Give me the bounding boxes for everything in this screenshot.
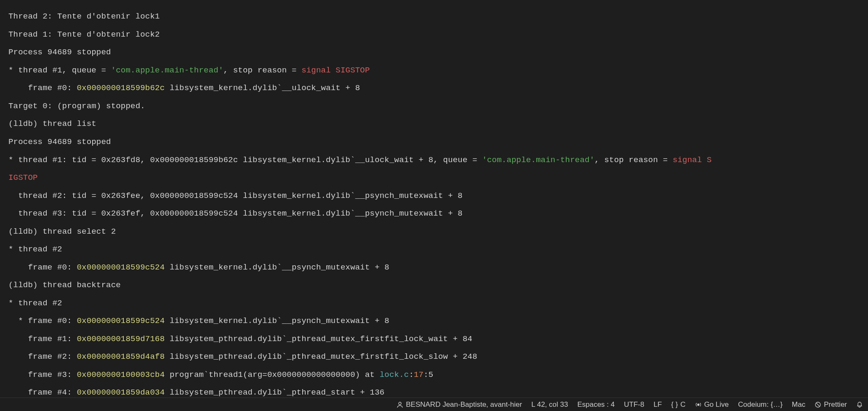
output-text: libsystem_pthread.dylib`_pthread_start +… — [165, 388, 384, 397]
output-line: Process 94689 stopped — [8, 48, 111, 57]
output-text: frame #2: — [8, 352, 77, 361]
svg-line-3 — [816, 403, 820, 406]
output-text: frame #3: — [8, 370, 77, 379]
eol-status[interactable]: LF — [653, 400, 662, 408]
braces-icon: { } — [671, 400, 678, 408]
command-input: thread select 2 — [43, 227, 116, 236]
address: 0x0000000100003cb4 — [77, 370, 165, 379]
output-text: program`thread1(arg=0x0000000000000000) … — [165, 370, 379, 379]
source-line: 17 — [414, 370, 423, 379]
indent-status[interactable]: Espaces : 4 — [577, 400, 615, 408]
lldb-prompt: (lldb) — [8, 119, 43, 128]
output-line: thread #3: tid = 0x263fef, 0x00000001859… — [8, 209, 463, 218]
bell-icon — [856, 401, 863, 408]
output-line: Thread 2: Tente d'obtenir lock1 — [8, 12, 160, 21]
output-text: * frame #0: — [8, 316, 77, 326]
source-file: lock.c — [380, 370, 409, 379]
output-line: thread #2: tid = 0x263fee, 0x00000001859… — [8, 191, 463, 200]
queue-name: 'com.apple.main-thread' — [482, 155, 594, 165]
broadcast-icon — [695, 401, 702, 408]
output-text: frame #0: — [8, 83, 77, 93]
notifications-button[interactable] — [856, 401, 863, 408]
address: 0x000000018599c524 — [77, 263, 165, 272]
block-icon — [815, 401, 821, 408]
queue-name: 'com.apple.main-thread' — [111, 66, 224, 75]
address: 0x000000018599c524 — [77, 316, 165, 326]
lldb-prompt: (lldb) — [8, 227, 43, 236]
lldb-prompt: (lldb) — [8, 280, 43, 290]
git-blame-text: BESNARD Jean-Baptiste, avant-hier — [406, 400, 522, 408]
address: 0x000000018599b62c — [77, 83, 165, 93]
output-line: * thread #2 — [8, 245, 62, 254]
output-text: * thread #1: tid = 0x263fd8, 0x000000018… — [8, 155, 482, 165]
command-input: thread list — [43, 119, 96, 128]
output-line: Thread 1: Tente d'obtenir lock2 — [8, 30, 160, 39]
output-text: libsystem_pthread.dylib`_pthread_mutex_f… — [165, 334, 472, 344]
stop-reason: signal SIGSTOP — [301, 66, 370, 75]
git-blame-status[interactable]: BESNARD Jean-Baptiste, avant-hier — [397, 400, 522, 408]
output-text: libsystem_pthread.dylib`_pthread_mutex_f… — [165, 352, 477, 361]
prettier-status[interactable]: Prettier — [815, 400, 847, 408]
output-text: :5 — [423, 370, 433, 379]
output-text: frame #4: — [8, 388, 77, 397]
svg-point-0 — [399, 402, 401, 405]
cursor-position-status[interactable]: L 42, col 33 — [531, 400, 568, 408]
output-text: libsystem_kernel.dylib`__ulock_wait + 8 — [165, 83, 360, 93]
output-text: frame #1: — [8, 334, 77, 344]
svg-point-1 — [698, 404, 699, 406]
output-text: , stop reason = — [223, 66, 301, 75]
output-text: libsystem_kernel.dylib`__psynch_mutexwai… — [165, 263, 389, 272]
person-icon — [397, 401, 403, 408]
output-text: libsystem_kernel.dylib`__psynch_mutexwai… — [165, 316, 389, 326]
output-text: : — [409, 370, 414, 379]
output-line: Process 94689 stopped — [8, 137, 111, 147]
language-status[interactable]: { } C — [671, 400, 685, 408]
stop-reason: IGSTOP — [8, 173, 38, 182]
stop-reason: signal S — [673, 155, 712, 165]
output-line: * thread #1, queue = — [8, 66, 111, 75]
address: 0x00000001859d4af8 — [77, 352, 165, 361]
output-line: * thread #2 — [8, 299, 62, 308]
address: 0x00000001859d7168 — [77, 334, 165, 344]
platform-status[interactable]: Mac — [792, 400, 805, 408]
status-bar: BESNARD Jean-Baptiste, avant-hier L 42, … — [0, 398, 868, 411]
terminal-output[interactable]: Thread 2: Tente d'obtenir lock1 Thread 1… — [0, 0, 868, 411]
command-input: thread backtrace — [43, 280, 121, 290]
output-text: frame #0: — [8, 263, 77, 272]
encoding-status[interactable]: UTF-8 — [624, 400, 644, 408]
address: 0x00000001859da034 — [77, 388, 165, 397]
codeium-status[interactable]: Codeium: {…} — [738, 400, 783, 408]
output-text: , stop reason = — [594, 155, 673, 165]
go-live-button[interactable]: Go Live — [695, 400, 729, 408]
output-line: Target 0: (program) stopped. — [8, 101, 145, 111]
